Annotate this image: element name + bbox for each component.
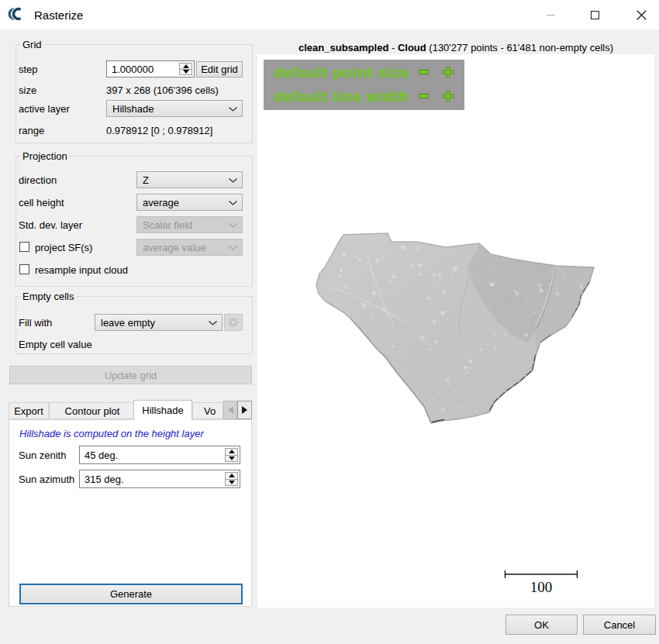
point-size-plus-button[interactable] bbox=[442, 66, 454, 78]
tab-volume[interactable]: Vo bbox=[192, 402, 223, 419]
spin-up-icon bbox=[183, 64, 189, 68]
sun-azimuth-label: Sun azimuth bbox=[19, 470, 74, 487]
cloud-type: Cloud bbox=[398, 42, 426, 53]
update-grid-button: Update grid bbox=[9, 366, 252, 384]
resample-label: resample input cloud bbox=[35, 261, 128, 278]
chevron-down-icon bbox=[229, 246, 237, 250]
scale-bar bbox=[503, 570, 579, 579]
direction-combobox[interactable]: Z bbox=[136, 171, 243, 188]
chevron-down-icon bbox=[209, 321, 217, 325]
close-icon bbox=[637, 10, 647, 20]
cell-height-label: cell height bbox=[19, 194, 64, 211]
empty-cell-value-label: Empty cell value bbox=[19, 336, 92, 353]
minimize-button[interactable] bbox=[533, 0, 568, 29]
grid-group-label: Grid bbox=[20, 39, 44, 50]
resample-checkbox[interactable] bbox=[19, 264, 29, 274]
default-point-size-label: default point size bbox=[274, 61, 409, 84]
cloud-stats: (130'277 points - 61'481 non-empty cells… bbox=[426, 42, 613, 53]
project-sf-combobox: average value bbox=[136, 239, 243, 256]
std-dev-layer-label: Std. dev. layer bbox=[19, 216, 82, 233]
line-width-minus-button[interactable] bbox=[418, 93, 430, 99]
step-spin-buttons[interactable] bbox=[179, 63, 192, 75]
app-icon bbox=[7, 6, 26, 22]
sun-zenith-value: 45 deg. bbox=[85, 449, 118, 461]
gl-settings-overlay: default point size default line width bbox=[264, 60, 464, 110]
project-sf-checkbox[interactable] bbox=[19, 242, 29, 252]
titlebar: Rasterize bbox=[0, 0, 659, 29]
tab-hillshade[interactable]: Hillshade bbox=[133, 400, 192, 420]
fill-with-combobox[interactable]: leave empty bbox=[95, 314, 223, 331]
size-label: size bbox=[19, 81, 36, 98]
sun-azimuth-spin-up[interactable] bbox=[226, 473, 237, 480]
chevron-down-icon bbox=[229, 223, 237, 228]
spin-down-icon bbox=[229, 456, 235, 460]
range-label: range bbox=[19, 122, 44, 139]
active-layer-label: active layer bbox=[19, 100, 70, 117]
edit-grid-button[interactable]: Edit grid bbox=[196, 61, 243, 77]
sun-azimuth-spin-buttons[interactable] bbox=[225, 472, 238, 486]
sun-zenith-label: Sun zenith bbox=[19, 446, 66, 463]
close-button[interactable] bbox=[623, 0, 659, 29]
spin-down-icon bbox=[183, 70, 189, 74]
std-dev-layer-value: Scalar field bbox=[143, 219, 192, 231]
hillshade-note: Hillshade is computed on the height laye… bbox=[19, 428, 204, 439]
point-size-minus-button[interactable] bbox=[418, 69, 430, 75]
sun-zenith-spin-down[interactable] bbox=[226, 456, 237, 462]
cloud-name: clean_subsampled bbox=[298, 42, 388, 53]
cancel-button[interactable]: Cancel bbox=[583, 615, 656, 635]
rasterize-dialog: { "window": { "title": "Rasterize", "ico… bbox=[0, 0, 659, 644]
sun-azimuth-spinbox[interactable]: 315 deg. bbox=[79, 470, 240, 488]
scale-bar-label: 100 bbox=[503, 579, 579, 596]
empty-cells-group-label: Empty cells bbox=[20, 291, 76, 302]
default-line-width-label: default line width bbox=[274, 85, 409, 108]
direction-value: Z bbox=[143, 174, 149, 186]
arrow-left-icon bbox=[228, 406, 233, 414]
generate-button[interactable]: Generate bbox=[19, 584, 243, 604]
step-spinbox[interactable]: 1.000000 bbox=[106, 60, 195, 77]
minimize-icon bbox=[547, 15, 555, 16]
viewport-3d[interactable]: default point size default line width 10… bbox=[257, 54, 654, 608]
tab-scroll-left-button bbox=[223, 401, 237, 419]
sun-zenith-spinbox[interactable]: 45 deg. bbox=[79, 446, 240, 464]
direction-label: direction bbox=[19, 171, 57, 188]
header-separator: - bbox=[388, 42, 398, 53]
empty-cells-settings-button bbox=[224, 314, 243, 331]
tab-contour-plot[interactable]: Contour plot bbox=[49, 402, 136, 419]
step-value: 1.000000 bbox=[112, 64, 154, 75]
step-label: step bbox=[19, 60, 38, 77]
ok-button[interactable]: OK bbox=[505, 615, 578, 635]
sun-zenith-spin-buttons[interactable] bbox=[225, 448, 238, 462]
tab-export[interactable]: Export bbox=[9, 402, 49, 419]
active-layer-combobox[interactable]: Hillshade bbox=[106, 100, 243, 117]
spin-up-icon bbox=[229, 449, 235, 453]
chevron-down-icon bbox=[229, 201, 237, 205]
step-spin-up[interactable] bbox=[180, 64, 191, 70]
tab-scroll-right-button[interactable] bbox=[237, 401, 252, 419]
sun-azimuth-value: 315 deg. bbox=[85, 474, 124, 485]
spin-up-icon bbox=[229, 474, 235, 477]
step-spin-down[interactable] bbox=[180, 70, 191, 75]
gear-icon bbox=[228, 317, 239, 328]
window-title: Rasterize bbox=[34, 0, 83, 29]
chevron-down-icon bbox=[229, 178, 237, 183]
hillshade-terrain-image bbox=[257, 54, 654, 608]
active-layer-value: Hillshade bbox=[112, 103, 154, 115]
size-value: 397 x 268 (106'396 cells) bbox=[106, 81, 219, 98]
line-width-plus-button[interactable] bbox=[442, 90, 454, 102]
cell-height-value: average bbox=[143, 197, 179, 208]
fill-with-value: leave empty bbox=[101, 317, 155, 329]
spin-down-icon bbox=[229, 480, 235, 484]
sun-azimuth-spin-down[interactable] bbox=[226, 480, 237, 486]
arrow-right-icon bbox=[242, 406, 247, 414]
project-sf-label: project SF(s) bbox=[35, 239, 92, 256]
range-value: 0.978912 [0 ; 0.978912] bbox=[106, 122, 212, 139]
projection-group-label: Projection bbox=[20, 150, 70, 162]
maximize-icon bbox=[591, 11, 599, 19]
cell-height-combobox[interactable]: average bbox=[136, 194, 243, 211]
sun-zenith-spin-up[interactable] bbox=[226, 449, 237, 456]
maximize-button[interactable] bbox=[577, 0, 612, 29]
std-dev-layer-combobox: Scalar field bbox=[136, 216, 243, 233]
project-sf-value: average value bbox=[143, 242, 206, 253]
chevron-down-icon bbox=[229, 107, 237, 112]
fill-with-label: Fill with bbox=[19, 314, 52, 331]
